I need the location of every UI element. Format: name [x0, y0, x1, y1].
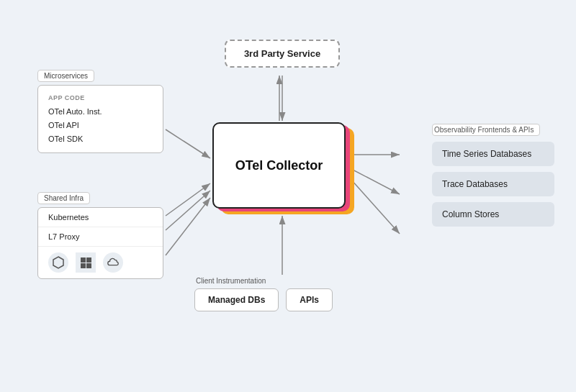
shared-infra-group: Shared Infra Kubernetes L7 Proxy [37, 191, 163, 279]
collector-title: OTel Collector [235, 158, 323, 173]
collector-card-front: OTel Collector [212, 122, 346, 209]
svg-line-5 [166, 198, 210, 255]
third-party-label: 3rd Party Service [244, 48, 320, 59]
otel-auto: OTel Auto. Inst. [48, 105, 153, 119]
svg-rect-15 [81, 263, 86, 268]
trace-databases-box: Trace Databases [432, 172, 554, 196]
svg-line-9 [351, 169, 400, 194]
kubernetes-item: Kubernetes [38, 208, 163, 227]
apis-box: APIs [286, 288, 333, 311]
windows-icon [76, 252, 96, 273]
svg-marker-12 [53, 257, 63, 268]
client-boxes: Managed DBs APIs [194, 288, 367, 311]
cloud-icon [103, 252, 123, 273]
time-series-db-box: Time Series Databases [432, 142, 554, 166]
client-instrumentation-label: Client Instrumentation [194, 277, 367, 285]
svg-rect-14 [86, 257, 91, 263]
collector-wrapper: OTel Collector [212, 122, 353, 216]
svg-line-10 [351, 180, 400, 234]
managed-dbs-box: Managed DBs [194, 288, 279, 311]
app-code-label: APP CODE [48, 93, 153, 104]
infra-icons-row [38, 247, 163, 278]
svg-rect-13 [81, 257, 86, 263]
observability-label: Observability Frontends & APIs [432, 124, 540, 136]
infra-box: Kubernetes L7 Proxy [37, 207, 163, 279]
svg-line-3 [166, 183, 210, 216]
third-party-box: 3rd Party Service [225, 40, 340, 68]
svg-line-2 [166, 129, 210, 158]
architecture-diagram: Microservices APP CODE OTel Auto. Inst. … [0, 0, 576, 392]
l7-proxy-item: L7 Proxy [38, 227, 163, 247]
microservices-box: APP CODE OTel Auto. Inst. OTel API OTel … [37, 85, 163, 153]
hexagon-icon [48, 252, 68, 273]
svg-line-4 [166, 191, 210, 230]
svg-rect-16 [86, 263, 91, 268]
microservices-group: Microservices APP CODE OTel Auto. Inst. … [37, 68, 163, 153]
observability-group: Observability Frontends & APIs Time Seri… [432, 122, 554, 232]
otel-sdk: OTel SDK [48, 132, 153, 146]
column-stores-box: Column Stores [432, 202, 554, 227]
client-instrumentation-group: Client Instrumentation Managed DBs APIs [194, 277, 367, 311]
otel-api: OTel API [48, 119, 153, 132]
microservices-label: Microservices [37, 70, 94, 82]
shared-infra-label: Shared Infra [37, 192, 90, 204]
